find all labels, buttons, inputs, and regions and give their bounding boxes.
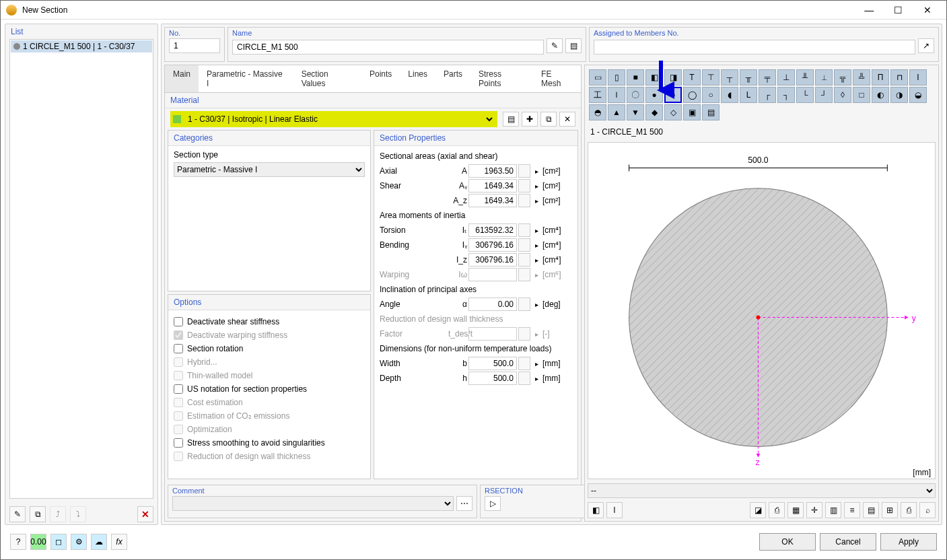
prop-row[interactable]: I_z306796.16▸[cm⁴] [374, 252, 577, 267]
copy-button[interactable]: ⧉ [30, 506, 46, 522]
shape-button-9[interactable]: ╤ [759, 69, 776, 85]
tab-parts[interactable]: Parts [435, 65, 470, 92]
shape-button-23[interactable]: ◯ [683, 87, 701, 103]
script-button[interactable]: ⚙ [71, 534, 87, 550]
shape-button-22[interactable]: ○ [664, 87, 682, 103]
shape-button-42[interactable]: ▤ [702, 104, 720, 120]
cancel-button[interactable]: Cancel [820, 533, 876, 551]
search-button[interactable]: ⌕ [919, 502, 936, 518]
prop-row[interactable]: Widthb500.0▸[mm] [374, 356, 577, 371]
material-lib-button[interactable]: ▤ [503, 112, 519, 127]
shape-button-4[interactable]: ◨ [664, 69, 682, 85]
shape-button-5[interactable]: T [683, 69, 701, 85]
help-button[interactable]: ? [10, 534, 26, 550]
assigned-input[interactable] [594, 40, 915, 55]
shape-button-12[interactable]: ⟂ [815, 69, 833, 85]
shape-button-32[interactable]: □ [853, 87, 870, 103]
shape-button-41[interactable]: ▣ [683, 104, 701, 120]
prop-row[interactable]: A_z1649.34▸[cm²] [374, 193, 577, 208]
view1-button[interactable]: ◪ [750, 502, 766, 518]
prop-row[interactable]: Factort_des/t▸[-] [374, 326, 577, 341]
print-button[interactable]: ⎙ [769, 502, 785, 518]
preview-canvas[interactable]: 500.0 y z [mm] [588, 142, 936, 479]
new-button[interactable]: ✎ [9, 506, 26, 522]
tab-femesh[interactable]: FE Mesh [533, 65, 581, 92]
library-button[interactable]: ▤ [565, 38, 582, 53]
material-copy-button[interactable]: ⧉ [540, 112, 557, 127]
axes-button[interactable]: ✛ [806, 502, 822, 518]
shape-button-24[interactable]: ○ [702, 87, 720, 103]
option-section-rotation[interactable]: Section rotation [174, 344, 365, 353]
prop-row[interactable]: AxialA1963.50▸[cm²] [374, 164, 577, 178]
prop-row[interactable]: WarpingIω▸[cm⁶] [374, 267, 577, 282]
down-button[interactable]: ⤵ [70, 506, 86, 522]
shape-button-35[interactable]: ◒ [909, 87, 927, 103]
shape-button-0[interactable]: ▭ [589, 69, 606, 85]
ok-button[interactable]: OK [759, 533, 816, 551]
material-del-button[interactable]: ✕ [559, 112, 575, 127]
grid-button[interactable]: ▦ [787, 502, 804, 518]
material-select[interactable]: 1 - C30/37 | Isotropic | Linear Elastic [185, 114, 495, 125]
shape-button-16[interactable]: ⊓ [890, 69, 908, 85]
tab-parametric[interactable]: Parametric - Massive I [199, 65, 293, 92]
label-button[interactable]: I [606, 502, 623, 518]
shape-button-14[interactable]: ╩ [853, 69, 870, 85]
material-new-button[interactable]: ✚ [522, 112, 538, 127]
delete-button[interactable]: ✕ [137, 506, 153, 522]
shape-button-33[interactable]: ◐ [872, 87, 889, 103]
comment-select[interactable] [172, 496, 454, 511]
render-button[interactable]: ◧ [588, 502, 604, 518]
shape-button-11[interactable]: ╨ [796, 69, 814, 85]
prop-row[interactable]: BendingIᵧ306796.16▸[cm⁴] [374, 238, 577, 252]
misc2-button[interactable]: ▤ [863, 502, 879, 518]
minimize-button[interactable]: — [855, 5, 882, 15]
pick-member-button[interactable]: ↗ [918, 38, 934, 53]
edit-name-button[interactable]: ✎ [547, 38, 563, 53]
shape-button-21[interactable]: ● [645, 87, 663, 103]
apply-button[interactable]: Apply [880, 533, 937, 551]
shape-button-36[interactable]: ◓ [589, 104, 606, 120]
units-button[interactable]: 0.00 [30, 534, 46, 550]
shape-button-27[interactable]: ┌ [759, 87, 776, 103]
info-button[interactable]: ☁ [91, 534, 107, 550]
shape-button-7[interactable]: ┬ [721, 69, 738, 85]
option-us-notation-for-section-properties[interactable]: US notation for section properties [174, 384, 365, 394]
tab-points[interactable]: Points [361, 65, 400, 92]
shape-button-28[interactable]: ┐ [777, 87, 795, 103]
shape-button-31[interactable]: ◊ [834, 87, 851, 103]
tab-main[interactable]: Main [165, 65, 199, 92]
shape-button-40[interactable]: ◇ [664, 104, 682, 120]
shape-button-25[interactable]: ◖ [721, 87, 738, 103]
shape-button-8[interactable]: ╥ [740, 69, 757, 85]
misc4-button[interactable]: ⎙ [901, 502, 917, 518]
shape-button-39[interactable]: ◆ [645, 104, 663, 120]
section-type-select[interactable]: Parametric - Massive I [174, 162, 365, 177]
option-deactivate-shear-stiffness[interactable]: Deactivate shear stiffness [174, 317, 365, 326]
misc1-button[interactable]: ≡ [844, 502, 860, 518]
shape-button-38[interactable]: ▼ [627, 104, 644, 120]
close-button[interactable]: ✕ [914, 5, 941, 15]
shape-button-26[interactable]: L [740, 87, 757, 103]
no-input[interactable] [169, 38, 220, 53]
name-input[interactable] [232, 40, 544, 55]
view-button[interactable]: ◻ [50, 534, 67, 550]
shape-button-1[interactable]: ▯ [608, 69, 625, 85]
shape-button-10[interactable]: ⊥ [777, 69, 795, 85]
shape-button-30[interactable]: ┘ [815, 87, 833, 103]
prop-row[interactable]: Angleα0.00▸[deg] [374, 297, 577, 312]
shape-button-34[interactable]: ◑ [890, 87, 908, 103]
tab-stress[interactable]: Stress Points [470, 65, 533, 92]
shape-button-6[interactable]: ⊤ [702, 69, 720, 85]
shape-button-20[interactable]: 〇 [627, 87, 644, 103]
list-item[interactable]: 1 CIRCLE_M1 500 | 1 - C30/37 [11, 40, 152, 53]
shape-button-2[interactable]: ■ [627, 69, 644, 85]
prop-row[interactable]: Depthh500.0▸[mm] [374, 371, 577, 386]
prop-row[interactable]: ShearAᵧ1649.34▸[cm²] [374, 178, 577, 193]
tab-lines[interactable]: Lines [400, 65, 435, 92]
up-button[interactable]: ⤴ [50, 506, 66, 522]
tab-section-values[interactable]: Section Values [293, 65, 361, 92]
fx-button[interactable]: fx [111, 534, 127, 550]
maximize-button[interactable]: ☐ [885, 5, 912, 15]
preview-select[interactable]: -- [588, 483, 936, 498]
shape-button-18[interactable]: 工 [589, 87, 606, 103]
